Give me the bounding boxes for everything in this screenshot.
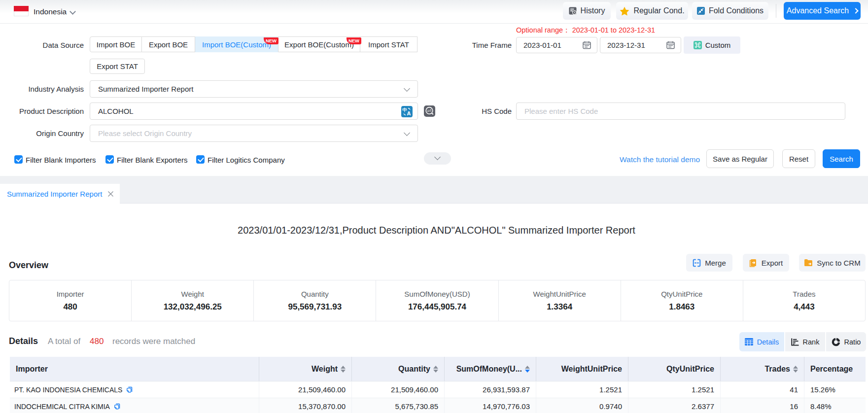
- svg-text:中: 中: [403, 107, 407, 112]
- svg-text:A: A: [407, 110, 411, 116]
